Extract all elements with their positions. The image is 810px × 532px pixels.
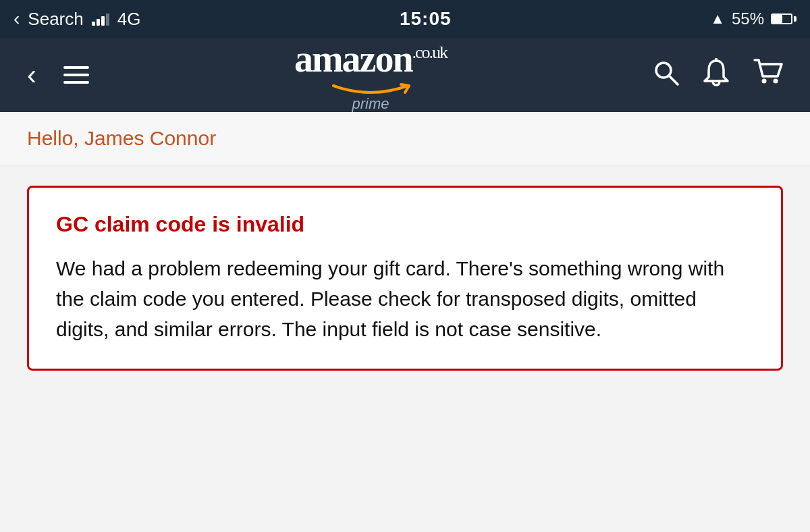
error-body: We had a problem redeeming your gift car… — [56, 253, 754, 344]
amazon-smile-svg — [327, 80, 414, 95]
nav-back-icon[interactable]: ‹ — [27, 59, 36, 91]
nav-left: ‹ — [27, 59, 89, 91]
hamburger-menu-icon[interactable] — [63, 66, 89, 84]
error-title: GC claim code is invalid — [56, 212, 754, 237]
network-label: 4G — [117, 9, 141, 30]
svg-point-4 — [774, 78, 778, 83]
battery-icon — [771, 14, 796, 24]
status-bar-right: ▲ 55% — [710, 9, 796, 28]
main-content: GC claim code is invalid We had a proble… — [0, 165, 810, 391]
hello-greeting: Hello, James Connor — [27, 127, 216, 149]
search-icon[interactable] — [652, 59, 679, 92]
notification-bell-icon[interactable] — [703, 58, 729, 92]
cart-icon[interactable] — [753, 59, 783, 92]
svg-point-0 — [656, 63, 671, 78]
status-time: 15:05 — [400, 8, 452, 30]
svg-line-1 — [670, 76, 678, 84]
prime-label: prime — [89, 95, 652, 113]
status-bar: ‹ Search 4G 15:05 ▲ 55% — [0, 0, 810, 38]
status-back-label[interactable]: Search — [28, 9, 83, 30]
error-box: GC claim code is invalid We had a proble… — [27, 186, 783, 371]
svg-point-3 — [762, 78, 767, 83]
location-icon: ▲ — [710, 10, 725, 28]
back-chevron-icon[interactable]: ‹ — [14, 8, 20, 30]
nav-right — [652, 58, 783, 92]
signal-icon — [92, 12, 109, 26]
amazon-navbar: ‹ amazon.co.uk prime — [0, 38, 810, 112]
status-bar-left: ‹ Search 4G — [14, 8, 140, 30]
battery-percent-label: 55% — [732, 9, 764, 28]
amazon-logo[interactable]: amazon.co.uk prime — [89, 37, 652, 113]
amazon-logo-text: amazon.co.uk — [294, 38, 447, 80]
hello-bar: Hello, James Connor — [0, 112, 810, 165]
